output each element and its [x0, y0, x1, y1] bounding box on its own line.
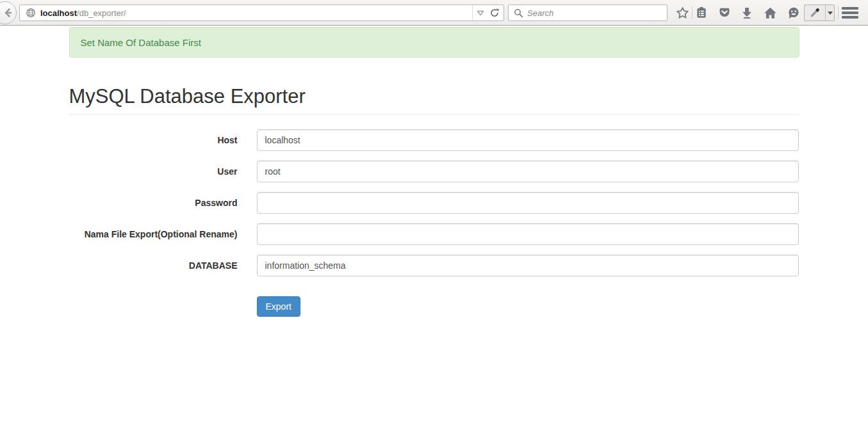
star-icon	[676, 6, 689, 20]
database-input[interactable]	[257, 255, 799, 276]
home-icon	[764, 6, 777, 20]
url-actions	[472, 5, 504, 20]
user-input[interactable]	[257, 161, 799, 182]
search-bar	[508, 4, 667, 21]
back-button[interactable]	[0, 1, 17, 24]
reload-icon[interactable]	[489, 8, 500, 18]
download-arrow-icon	[741, 6, 753, 19]
back-arrow-icon	[0, 7, 13, 19]
home-button[interactable]	[762, 5, 778, 20]
pocket-button[interactable]	[717, 5, 732, 20]
browser-toolbar: localhost/db_exporter/	[0, 0, 868, 26]
form-row-host: Host	[69, 129, 799, 151]
url-text: localhost/db_exporter/	[40, 8, 472, 18]
filename-input[interactable]	[257, 223, 799, 245]
form-row-user: User	[69, 161, 799, 182]
export-form: Host User Password Nama File Export(Opti…	[69, 129, 799, 317]
bookmarks-menu-button[interactable]	[694, 5, 709, 20]
globe-icon	[26, 8, 36, 18]
database-label: DATABASE	[69, 255, 238, 276]
eyedropper-button[interactable]	[805, 5, 826, 20]
bookmark-star-button[interactable]	[675, 5, 690, 20]
url-path: /db_exporter/	[77, 8, 126, 18]
search-icon	[509, 8, 527, 18]
search-input[interactable]	[527, 6, 667, 19]
export-button[interactable]: Export	[257, 296, 300, 317]
form-row-password: Password	[69, 192, 799, 214]
pocket-icon	[718, 6, 731, 19]
chevron-down-icon	[828, 12, 833, 15]
url-dropdown-icon[interactable]	[477, 10, 484, 16]
eyedropper-dropdown-button[interactable]	[826, 5, 834, 20]
url-bar[interactable]: localhost/db_exporter/	[19, 4, 504, 21]
page-title: MySQL Database Exporter	[69, 85, 799, 115]
filename-label: Nama File Export(Optional Rename)	[69, 223, 238, 245]
alert-text: Set Name Of Database First	[81, 37, 201, 48]
alert-success: Set Name Of Database First	[69, 27, 799, 58]
eyedropper-icon	[809, 7, 821, 19]
page-content: Set Name Of Database First MySQL Databas…	[0, 26, 868, 445]
password-input[interactable]	[257, 192, 799, 214]
user-label: User	[69, 161, 238, 182]
eyedropper-button-group	[804, 4, 835, 21]
toolbar-separator	[692, 6, 692, 19]
form-row-database: DATABASE	[69, 255, 799, 276]
hamburger-icon	[842, 7, 858, 10]
form-row-filename: Nama File Export(Optional Rename)	[69, 223, 799, 245]
host-label: Host	[69, 129, 238, 151]
chat-smiley-icon	[787, 6, 800, 20]
host-input[interactable]	[257, 129, 799, 151]
hello-chat-button[interactable]	[785, 5, 801, 20]
downloads-button[interactable]	[739, 5, 755, 20]
toolbar-separator	[838, 6, 839, 19]
bookmarks-list-icon	[695, 6, 708, 19]
url-host: localhost	[40, 8, 77, 18]
menu-button[interactable]	[842, 6, 858, 20]
password-label: Password	[69, 192, 238, 214]
